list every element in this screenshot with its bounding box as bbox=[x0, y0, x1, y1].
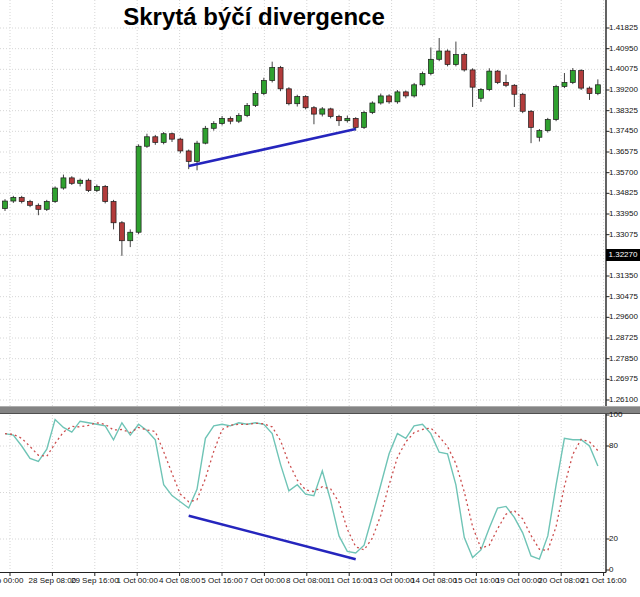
trading-chart-window: Skrytá býčí divergence 1.32270 1.418251.… bbox=[0, 0, 640, 597]
candle-bear bbox=[86, 180, 91, 190]
candle-bull bbox=[136, 146, 141, 232]
candle-bull bbox=[94, 186, 99, 190]
candle-bull bbox=[11, 197, 16, 201]
current-price-tag: 1.32270 bbox=[606, 249, 640, 261]
candle-bear bbox=[170, 134, 175, 139]
candle-bear bbox=[28, 202, 33, 206]
candle-bear bbox=[186, 151, 191, 161]
price-axis-label: 1.29600 bbox=[609, 312, 640, 322]
candle-bear bbox=[111, 202, 116, 223]
oscillator-axis-label: 20 bbox=[609, 534, 639, 544]
price-axis-label: 1.28725 bbox=[609, 333, 640, 343]
candle-bull bbox=[195, 143, 200, 161]
candle-bear bbox=[445, 51, 450, 64]
candle-bull bbox=[437, 51, 442, 59]
oscillator-axis-label: 0 bbox=[609, 565, 639, 575]
candle-bear bbox=[337, 116, 342, 120]
candle-bear bbox=[153, 137, 158, 143]
stochastic-k-line bbox=[5, 420, 598, 559]
candle-bear bbox=[19, 197, 24, 201]
current-price-value: 1.32270 bbox=[609, 250, 638, 259]
price-axis-label: 1.40950 bbox=[609, 44, 640, 54]
candle-bull bbox=[295, 97, 300, 104]
price-axis-label: 1.37450 bbox=[609, 126, 640, 136]
candle-bull bbox=[537, 131, 542, 138]
candle-bull bbox=[378, 96, 383, 103]
candle-bull bbox=[320, 109, 325, 114]
candle-bear bbox=[529, 111, 534, 127]
price-axis-label: 1.34825 bbox=[609, 188, 640, 198]
candle-bear bbox=[119, 223, 124, 241]
candle-bull bbox=[253, 94, 258, 106]
candle-bear bbox=[470, 70, 475, 87]
price-axis-label: 1.41825 bbox=[609, 23, 640, 33]
candle-bull bbox=[161, 134, 166, 143]
price-axis-label: 1.26100 bbox=[609, 395, 640, 405]
candle-bull bbox=[478, 90, 483, 99]
candle-bull bbox=[236, 116, 241, 122]
candle-bear bbox=[587, 88, 592, 93]
candle-bull bbox=[570, 71, 575, 83]
candle-bear bbox=[504, 82, 509, 85]
price-axis-label: 1.27850 bbox=[609, 354, 640, 364]
candle-bull bbox=[428, 59, 433, 73]
price-trendline[interactable] bbox=[189, 129, 356, 166]
oscillator-axis-label: 80 bbox=[609, 441, 639, 451]
price-axis-label: 1.31350 bbox=[609, 271, 640, 281]
candle-bull bbox=[3, 201, 8, 209]
price-axis-label: 1.33950 bbox=[609, 209, 640, 219]
price-axis-label: 1.26975 bbox=[609, 374, 640, 384]
candle-bear bbox=[178, 139, 183, 151]
stochastic-signal-line bbox=[5, 423, 598, 551]
candle-bear bbox=[303, 97, 308, 108]
chart-title: Skrytá býčí divergence bbox=[44, 3, 464, 31]
price-axis-label: 1.30475 bbox=[609, 292, 640, 302]
candle-bear bbox=[353, 118, 358, 127]
price-axis-label: 1.39200 bbox=[609, 85, 640, 95]
price-axis-label: 1.33075 bbox=[609, 230, 640, 240]
candle-bull bbox=[395, 92, 400, 102]
candle-bull bbox=[370, 103, 375, 112]
candle-bear bbox=[328, 109, 333, 117]
candle-bear bbox=[495, 71, 500, 82]
candle-bear bbox=[286, 89, 291, 104]
candle-bear bbox=[512, 85, 517, 94]
price-axis-label: 1.38325 bbox=[609, 106, 640, 116]
chart-canvas[interactable] bbox=[0, 0, 640, 597]
candle-bull bbox=[144, 137, 149, 146]
candle-bull bbox=[554, 86, 559, 119]
candle-bull bbox=[345, 118, 350, 120]
candle-bull bbox=[78, 180, 83, 183]
candle-bear bbox=[387, 96, 392, 102]
candle-bull bbox=[562, 82, 567, 86]
candle-bull bbox=[453, 55, 458, 65]
time-axis-label: 21 Oct 16:00 bbox=[573, 576, 635, 585]
price-axis-label: 1.36575 bbox=[609, 147, 640, 157]
candle-bear bbox=[579, 71, 584, 88]
candle-bear bbox=[228, 118, 233, 121]
candle-bull bbox=[211, 124, 216, 129]
candle-bull bbox=[261, 81, 266, 94]
candle-bear bbox=[462, 55, 467, 70]
candle-bear bbox=[278, 68, 283, 89]
candle-bear bbox=[103, 186, 108, 201]
candle-bull bbox=[270, 68, 275, 81]
candle-bear bbox=[403, 92, 408, 96]
candle-bull bbox=[203, 128, 208, 143]
price-axis-label: 1.40075 bbox=[609, 64, 640, 74]
candle-bear bbox=[311, 108, 316, 114]
candle-bull bbox=[220, 118, 225, 123]
candle-bull bbox=[61, 178, 66, 188]
candle-bull bbox=[362, 112, 367, 127]
candle-bear bbox=[520, 94, 525, 111]
candle-bull bbox=[595, 85, 600, 94]
candle-bull bbox=[412, 85, 417, 96]
price-axis-label: 1.35700 bbox=[609, 168, 640, 178]
oscillator-trendline[interactable] bbox=[189, 516, 356, 559]
candle-bull bbox=[53, 188, 58, 201]
oscillator-axis-label: 100 bbox=[609, 410, 639, 420]
candle-bull bbox=[420, 73, 425, 84]
candle-bull bbox=[487, 71, 492, 89]
candle-bear bbox=[69, 178, 74, 183]
panel-separator[interactable] bbox=[0, 406, 640, 414]
